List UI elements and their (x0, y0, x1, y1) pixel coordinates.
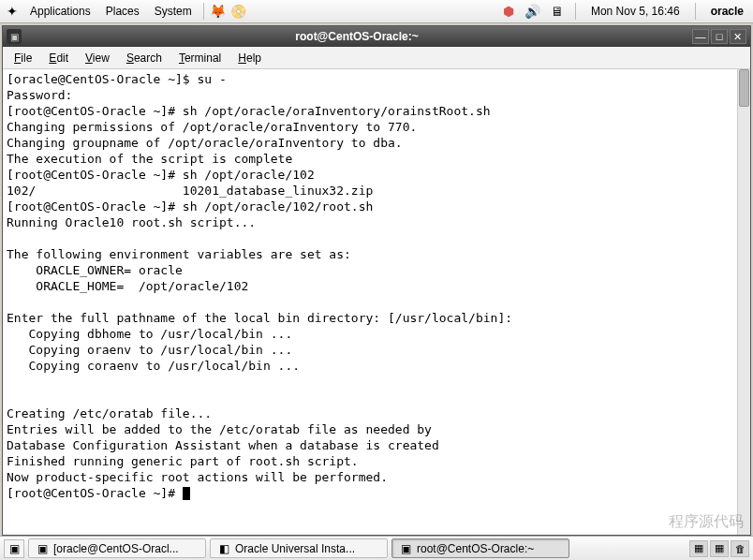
clock[interactable]: Mon Nov 5, 16:46 (585, 3, 686, 20)
user-menu[interactable]: oracle (705, 3, 749, 20)
system-menu[interactable]: System (149, 3, 198, 20)
app-launcher-icon[interactable]: 📀 (230, 3, 247, 20)
menu-edit[interactable]: Edit (41, 50, 76, 66)
menu-view[interactable]: View (78, 50, 117, 66)
scrollbar[interactable] (737, 69, 750, 535)
close-button[interactable]: ✕ (730, 29, 746, 44)
workspace-switcher-2[interactable]: ▦ (710, 540, 729, 557)
task-label: [oracle@CentOS-Oracl... (53, 542, 179, 555)
places-menu[interactable]: Places (100, 3, 145, 20)
gnome-top-panel: ✦ Applications Places System 🦊 📀 ⬢ 🔊 🖥 M… (0, 0, 753, 23)
panel-right: ⬢ 🔊 🖥 Mon Nov 5, 16:46 oracle (500, 3, 749, 20)
menubar: File Edit View Search Terminal Help (3, 47, 750, 69)
trash-icon[interactable]: 🗑 (731, 540, 749, 557)
menu-file[interactable]: File (7, 50, 39, 66)
window-icon: ▣ (7, 29, 22, 44)
scroll-thumb[interactable] (739, 69, 749, 107)
menu-terminal[interactable]: Terminal (171, 50, 229, 66)
separator (575, 3, 576, 20)
terminal-window: ▣ root@CentOS-Oracle:~ — □ ✕ File Edit V… (2, 25, 751, 536)
gnome-bottom-panel: ▣ ▣ [oracle@CentOS-Oracl... ◧ Oracle Uni… (0, 536, 753, 560)
terminal-output[interactable]: [oracle@CentOS-Oracle ~]$ su - Password:… (3, 69, 737, 535)
apps-icon: ✦ (4, 3, 21, 20)
separator (695, 3, 696, 20)
firefox-icon[interactable]: 🦊 (210, 3, 227, 20)
network-icon[interactable]: 🖥 (549, 3, 566, 20)
taskbar-item-oracle-terminal[interactable]: ▣ [oracle@CentOS-Oracl... (28, 538, 206, 558)
maximize-button[interactable]: □ (711, 29, 728, 44)
menu-search[interactable]: Search (119, 50, 170, 66)
volume-icon[interactable]: 🔊 (524, 3, 541, 20)
update-icon[interactable]: ⬢ (500, 3, 517, 20)
task-label: Oracle Universal Insta... (235, 542, 355, 555)
titlebar[interactable]: ▣ root@CentOS-Oracle:~ — □ ✕ (3, 26, 750, 47)
installer-icon: ◧ (216, 541, 231, 556)
window-title: root@CentOS-Oracle:~ (295, 30, 418, 43)
taskbar-item-root-terminal[interactable]: ▣ root@CentOS-Oracle:~ (391, 538, 569, 558)
taskbar-item-oracle-installer[interactable]: ◧ Oracle Universal Insta... (210, 538, 388, 558)
terminal-icon: ▣ (35, 541, 50, 556)
separator (203, 3, 204, 20)
applications-menu[interactable]: Applications (24, 3, 96, 20)
workspace-switcher-1[interactable]: ▦ (689, 540, 708, 557)
terminal-icon: ▣ (398, 541, 413, 556)
task-label: root@CentOS-Oracle:~ (417, 542, 534, 555)
menu-help[interactable]: Help (230, 50, 269, 66)
panel-left: ✦ Applications Places System 🦊 📀 (4, 3, 247, 20)
show-desktop-button[interactable]: ▣ (4, 539, 24, 558)
minimize-button[interactable]: — (692, 29, 709, 44)
